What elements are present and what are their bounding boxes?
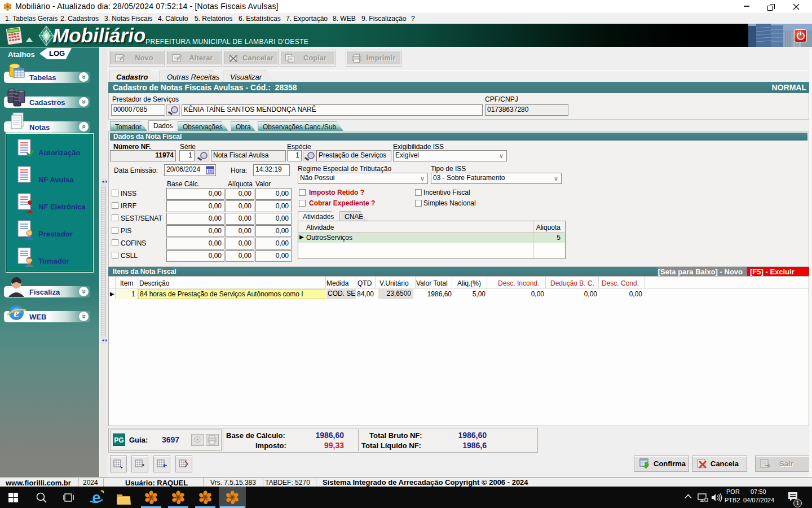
svg-text:e: e (14, 306, 19, 320)
svg-text:e: e (92, 490, 100, 506)
